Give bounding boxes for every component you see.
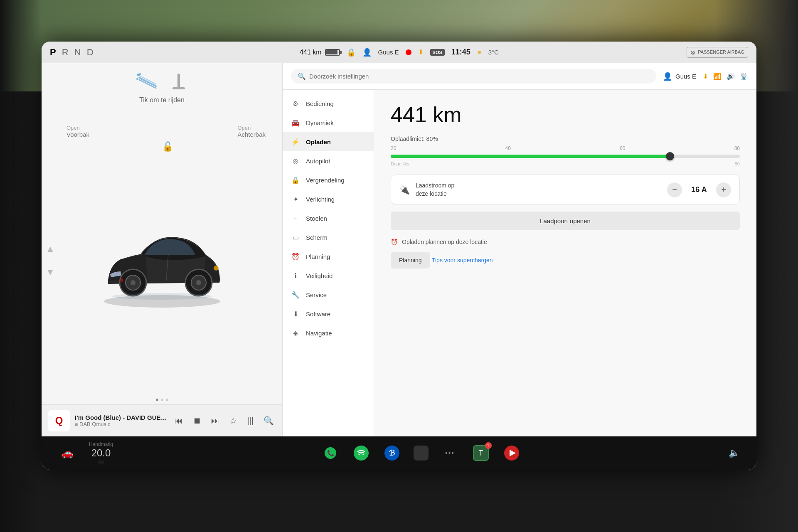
menu-item-opladen[interactable]: ⚡ Opladen xyxy=(283,132,374,151)
sos-badge: SOS xyxy=(430,49,445,56)
bediening-icon: ⚙ xyxy=(291,99,300,108)
page-indicator xyxy=(156,399,168,401)
spotify-button[interactable] xyxy=(352,444,370,462)
menu-item-vergrendeling[interactable]: 🔒 Vergrendeling xyxy=(283,170,374,190)
menu-item-scherm[interactable]: ▭ Scherm xyxy=(283,228,374,247)
scherm-icon: ▭ xyxy=(291,233,300,242)
schedule-label: Opladen plannen op deze locatie xyxy=(402,239,487,245)
search-music-button[interactable]: 🔍 xyxy=(262,414,276,427)
open-trunk-button[interactable]: Open Achterbak xyxy=(237,125,266,138)
tap-to-drive-label[interactable]: Tik om te rijden xyxy=(139,96,185,104)
planning-button[interactable]: Planning xyxy=(391,252,430,268)
nav-arrows: ▲ ▼ xyxy=(46,244,55,278)
volume-icon[interactable]: 🔈 xyxy=(729,448,740,458)
next-button[interactable]: ⏭ xyxy=(209,414,221,427)
slider-sublabels: Dagelijks 80 xyxy=(391,161,740,166)
menu-item-autopilot[interactable]: ◎ Autopilot xyxy=(283,151,374,170)
more-button[interactable]: ••• xyxy=(441,444,459,462)
software-icon: ⬇ xyxy=(291,309,300,318)
menu-label-verlichting: Verlichting xyxy=(306,196,335,203)
open-frunk-button[interactable]: Open Voorbak xyxy=(66,125,89,138)
menu-item-veiligheid[interactable]: ℹ Veiligheid xyxy=(283,266,374,285)
planning-icon: ⏰ xyxy=(291,252,300,261)
menu-item-bediening[interactable]: ⚙ Bediening xyxy=(283,94,374,113)
gear-d[interactable]: D xyxy=(87,47,95,57)
menu-item-service[interactable]: 🔧 Service xyxy=(283,285,374,304)
car-icon-bottom[interactable]: 🚗 xyxy=(58,444,76,462)
dynamiek-icon: 🚘 xyxy=(291,118,300,127)
menu-label-veiligheid: Veiligheid xyxy=(306,272,332,279)
qmusic-logo: Q xyxy=(48,410,70,431)
svg-point-16 xyxy=(214,266,219,271)
current-decrease-button[interactable]: − xyxy=(667,182,682,197)
svg-rect-6 xyxy=(177,74,180,89)
settings-search-input[interactable] xyxy=(309,73,650,80)
schedule-charge-row: ⏰ Opladen plannen op deze locatie xyxy=(391,239,740,245)
settings-body: ⚙ Bediening 🚘 Dynamiek ⚡ Opladen ◎ xyxy=(283,90,756,436)
charge-limit-label: Oplaadlimiet: 80% xyxy=(391,135,438,142)
app2-button[interactable] xyxy=(502,444,521,462)
range-display: 441 km xyxy=(300,49,340,56)
wiper-icon[interactable] xyxy=(168,71,189,92)
verlichting-icon: ✦ xyxy=(291,195,300,204)
veiligheid-icon: ℹ xyxy=(291,271,300,280)
temperature-control[interactable]: Handmatig 20.0 ⌂⌂ xyxy=(89,441,113,465)
user-name-status: Guus E xyxy=(378,49,399,56)
menu-item-verlichting[interactable]: ✦ Verlichting xyxy=(283,190,374,209)
lock-status-icon: 🔒 xyxy=(347,48,356,57)
menu-item-software[interactable]: ⬇ Software xyxy=(283,304,374,323)
svg-point-12 xyxy=(131,280,135,285)
phone-button[interactable]: 📞 xyxy=(321,444,340,462)
gear-n[interactable]: N xyxy=(74,47,83,57)
menu-label-service: Service xyxy=(306,291,327,298)
charge-current-label: Laadstroom opdeze locatie xyxy=(416,182,667,198)
menu-item-navigatie[interactable]: ◈ Navigatie xyxy=(283,323,374,342)
slider-track[interactable] xyxy=(391,155,740,158)
circle-button[interactable] xyxy=(414,446,429,461)
menu-label-vergrendeling: Vergrendeling xyxy=(306,177,345,184)
settings-sidebar: ⚙ Bediening 🚘 Dynamiek ⚡ Opladen ◎ xyxy=(283,90,374,436)
stop-button[interactable]: ⏹ xyxy=(191,414,203,427)
navigatie-icon: ◈ xyxy=(291,328,300,337)
nav-down-arrow[interactable]: ▼ xyxy=(46,267,55,278)
prev-button[interactable]: ⏮ xyxy=(173,414,185,427)
menu-label-opladen: Opladen xyxy=(306,138,331,145)
charge-limit-slider[interactable]: 20 40 60 80 Dagelijks 80 xyxy=(391,145,740,166)
app1-button[interactable]: T 1 xyxy=(472,444,490,462)
menu-label-stoelen: Stoelen xyxy=(306,215,327,222)
main-screen: P R N D 441 km 🔒 👤 Guus E ⬇ SOS 11:45 xyxy=(42,42,756,470)
svg-point-5 xyxy=(139,73,141,75)
equalizer-button[interactable]: ||| xyxy=(245,414,255,427)
bluetooth-button[interactable]: ℬ xyxy=(383,444,401,462)
menu-label-navigatie: Navigatie xyxy=(306,330,332,337)
left-panel: Tik om te rijden ▲ ▼ Open Voorbak xyxy=(42,63,283,436)
svg-line-0 xyxy=(139,78,156,86)
svg-point-21 xyxy=(354,446,369,461)
svg-point-18 xyxy=(112,293,212,300)
favorite-button[interactable]: ☆ xyxy=(228,414,239,427)
wiper-spray-icon[interactable] xyxy=(135,71,160,92)
charge-current-row: 🔌 Laadstroom opdeze locatie − 16 A + xyxy=(391,175,740,205)
current-increase-button[interactable]: + xyxy=(716,182,731,197)
windshield-controls xyxy=(135,71,189,92)
charge-plug-icon: 🔌 xyxy=(399,185,410,195)
stoelen-icon: ⌐ xyxy=(291,214,300,223)
settings-search-box[interactable]: 🔍 xyxy=(291,69,656,84)
autopilot-icon: ◎ xyxy=(291,156,300,165)
svg-point-4 xyxy=(136,78,138,80)
battery-icon xyxy=(325,49,340,56)
menu-item-planning[interactable]: ⏰ Planning xyxy=(283,247,374,266)
temp-mode-icons: ⌂⌂ xyxy=(98,459,104,465)
nav-up-arrow[interactable]: ▲ xyxy=(46,244,55,254)
header-icon-2: 🔊 xyxy=(727,72,735,80)
menu-item-stoelen[interactable]: ⌐ Stoelen xyxy=(283,209,374,228)
menu-item-dynamiek[interactable]: 🚘 Dynamiek xyxy=(283,113,374,132)
car-lock-icon[interactable]: 🔓 xyxy=(162,141,173,152)
gear-p[interactable]: P xyxy=(50,47,58,57)
open-charge-port-button[interactable]: Laadpoort openen xyxy=(391,212,740,230)
menu-label-planning: Planning xyxy=(306,253,330,260)
time-display: 11:45 xyxy=(451,48,470,57)
supercharger-link[interactable]: Tips voor superchargen xyxy=(432,257,493,264)
menu-label-autopilot: Autopilot xyxy=(306,158,330,165)
gear-r[interactable]: R xyxy=(62,47,70,57)
